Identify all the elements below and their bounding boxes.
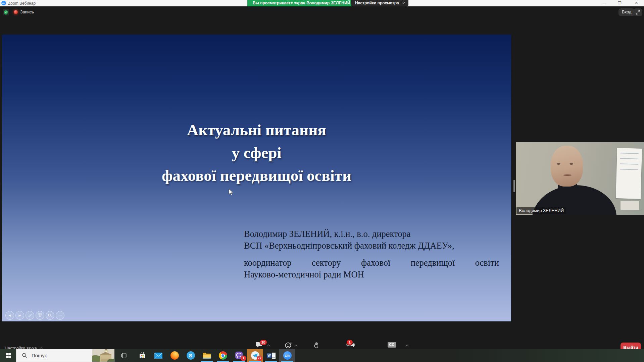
start-button[interactable] (0, 349, 16, 362)
next-slide-button[interactable]: ▶ (15, 311, 24, 320)
view-settings-dropdown[interactable]: Настройки просмотра (351, 0, 408, 6)
taskbar-app-word[interactable]: W (263, 349, 279, 362)
cc-icon: CC (388, 342, 396, 348)
zoom-into-slide-button[interactable] (46, 311, 54, 320)
word-icon: W (267, 353, 276, 359)
taskbar-app-store[interactable] (134, 349, 150, 362)
search-highlight-image[interactable] (92, 349, 114, 362)
qa-badge: 1 (347, 340, 353, 345)
window-title: Zoom Вебинар (8, 1, 36, 6)
slide-title-line3: фахової передвищої освіти (2, 164, 511, 187)
pen-tool-button[interactable] (26, 311, 34, 320)
panel-drag-handle[interactable] (513, 180, 515, 192)
recording-indicator-icon (14, 10, 18, 14)
participant-name-tag: Володимир ЗЕЛЕНИЙ (516, 207, 566, 214)
see-all-slides-button[interactable] (36, 311, 44, 320)
previous-slide-button[interactable]: ◀ (5, 311, 14, 320)
participant-eye (569, 163, 573, 165)
firefox-icon (170, 351, 179, 360)
shared-slide: Актуальні питання у сфері фахової передв… (2, 35, 511, 321)
pen-icon (28, 314, 32, 317)
slide-author-line2: ВСП «Верхньодніпровський фаховий коледж … (244, 240, 499, 252)
reactions-smiley-icon (285, 342, 292, 349)
sign-in-button[interactable]: Вход (618, 8, 635, 16)
window-titlebar: zm Zoom Вебинар Вы просматриваете экран … (0, 0, 644, 6)
shield-check-icon (4, 10, 8, 15)
slide-author-line3: координатор сектору фахової передвищої о… (244, 257, 499, 269)
participant-mouth (563, 174, 572, 176)
task-view-button[interactable] (116, 349, 132, 362)
magnifier-icon (48, 313, 52, 317)
taskbar-app-mail[interactable] (150, 349, 166, 362)
mouse-cursor-icon (229, 189, 234, 196)
minimize-button[interactable]: — (597, 0, 612, 6)
close-button[interactable]: ✕ (629, 0, 644, 6)
participant-eye (557, 163, 560, 165)
fullscreen-expand-icon (636, 10, 640, 15)
zoom-taskbar-icon: zm (283, 351, 292, 360)
taskbar-app-explorer[interactable] (199, 349, 215, 362)
taskbar-app-zoom[interactable]: zm (279, 349, 295, 362)
task-view-icon (121, 353, 127, 358)
skype-icon: S (187, 351, 195, 360)
fullscreen-button[interactable] (634, 8, 642, 16)
taskbar-app-telegram[interactable]: 77 (247, 349, 263, 362)
recording-label: Запись (20, 10, 34, 14)
slide-title: Актуальні питання у сфері фахової передв… (2, 118, 511, 187)
slideshow-controls: ◀ ▶ ··· (5, 311, 64, 320)
viber-badge: 1 (241, 356, 246, 361)
slide-author-block: Володимир ЗЕЛЕНИЙ, к.і.н., в.о. директор… (244, 228, 499, 280)
screen-share-banner: Вы просматриваете экран Володимир ЗЕЛЕНИ… (247, 0, 355, 6)
view-settings-label: Настройки просмотра (355, 0, 399, 6)
telegram-badge: 77 (257, 356, 262, 361)
landscape-thumbnail (92, 349, 114, 362)
search-icon (22, 353, 28, 358)
taskbar-app-skype[interactable]: S (183, 349, 199, 362)
security-shield-icon[interactable] (3, 9, 9, 15)
wall-document-small (621, 201, 639, 210)
microsoft-store-icon (139, 352, 146, 359)
slide-author-line1: Володимир ЗЕЛЕНИЙ, к.і.н., в.о. директор… (244, 228, 499, 240)
slide-title-line1: Актуальні питання (2, 118, 511, 141)
chevron-down-icon (401, 1, 405, 4)
taskbar-app-firefox[interactable] (166, 349, 183, 362)
wall-document (616, 148, 642, 199)
more-slideshow-options-button[interactable]: ··· (56, 311, 64, 320)
taskbar-app-chrome[interactable] (215, 349, 231, 362)
search-input[interactable] (32, 353, 85, 358)
participant-video[interactable]: Володимир ЗЕЛЕНИЙ (516, 142, 644, 215)
windows-logo-icon (6, 353, 11, 358)
taskbar-search[interactable] (16, 349, 114, 362)
participant-head (551, 146, 583, 187)
slide-grid-icon (38, 313, 42, 317)
taskbar: S 1 77 W (0, 349, 644, 362)
restore-button[interactable]: ❐ (612, 0, 627, 6)
mail-icon (154, 353, 162, 359)
chat-badge: 10 (260, 340, 267, 345)
taskbar-app-viber[interactable]: 1 (231, 349, 247, 362)
slide-author-line4: Науково-методичної ради МОН (244, 269, 499, 280)
raise-hand-icon (313, 342, 320, 349)
zoom-app-icon: zm (1, 1, 6, 5)
chrome-icon (219, 351, 227, 360)
slide-title-line2: у сфері (2, 141, 511, 164)
file-explorer-icon (203, 352, 211, 359)
